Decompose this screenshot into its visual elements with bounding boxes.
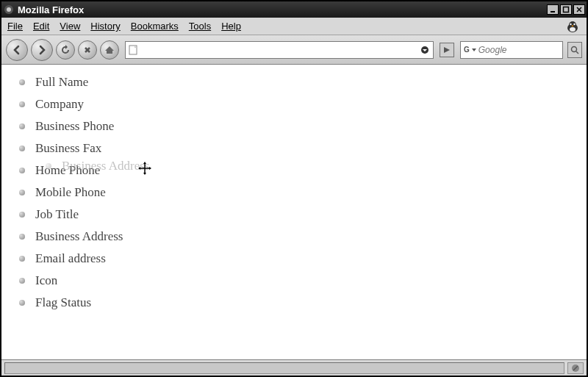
- home-button[interactable]: [100, 40, 119, 60]
- mascot-icon: [564, 18, 581, 35]
- back-button[interactable]: [6, 39, 28, 61]
- menu-edit[interactable]: Edit: [33, 21, 49, 32]
- list-item-label: Flag Status: [35, 295, 91, 310]
- svg-marker-15: [105, 46, 114, 54]
- list-item[interactable]: Mobile Phone: [19, 185, 569, 200]
- menu-bookmarks[interactable]: Bookmarks: [131, 21, 179, 32]
- list-item[interactable]: Job Title: [19, 207, 569, 222]
- bullet-icon: [19, 146, 25, 151]
- list-item-label: Full Name: [35, 75, 88, 90]
- firefox-icon: [3, 4, 15, 15]
- reload-button[interactable]: [56, 40, 75, 60]
- list-item-label: Company: [35, 97, 84, 112]
- svg-point-8: [570, 27, 576, 32]
- stop-button[interactable]: [78, 40, 97, 60]
- svg-marker-12: [65, 45, 68, 49]
- bullet-icon: [19, 190, 25, 195]
- menubar: File Edit View History Bookmarks Tools H…: [1, 18, 587, 35]
- bullet-icon: [19, 101, 25, 107]
- list-item-label: Job Title: [35, 207, 79, 222]
- svg-marker-20: [444, 47, 450, 53]
- menu-tools[interactable]: Tools: [189, 21, 211, 32]
- list-item[interactable]: Home Phone: [19, 163, 569, 178]
- search-engine-dropdown-icon[interactable]: [471, 47, 477, 53]
- list-item-label: Icon: [35, 273, 57, 288]
- list-item[interactable]: Icon: [19, 273, 569, 288]
- page-content: Full Name Company Business Phone Busines…: [1, 65, 587, 359]
- window-title: Mozilla Firefox: [18, 4, 545, 15]
- svg-point-9: [570, 23, 571, 24]
- svg-rect-3: [564, 7, 569, 12]
- list-item[interactable]: Business Phone: [19, 119, 569, 134]
- app-window: Mozilla Firefox File Edit View History B…: [0, 0, 588, 377]
- search-button[interactable]: [567, 42, 582, 58]
- sortable-list: Full Name Company Business Phone Busines…: [1, 65, 587, 328]
- statusbar: [1, 359, 587, 376]
- list-item-label: Business Phone: [35, 119, 114, 134]
- bullet-icon: [19, 212, 25, 218]
- bullet-icon: [19, 234, 25, 240]
- url-input[interactable]: [142, 45, 420, 55]
- url-bar[interactable]: [125, 41, 434, 59]
- svg-marker-21: [472, 49, 476, 51]
- svg-line-23: [576, 51, 578, 54]
- menu-help[interactable]: Help: [221, 21, 241, 32]
- bullet-icon: [19, 79, 25, 85]
- menu-history[interactable]: History: [90, 21, 120, 32]
- page-icon: [129, 45, 139, 55]
- bullet-icon: [19, 168, 25, 173]
- bullet-icon: [19, 256, 25, 262]
- status-text-well: [4, 362, 564, 374]
- list-item[interactable]: Flag Status: [19, 295, 569, 310]
- security-icon[interactable]: [567, 362, 584, 374]
- go-button[interactable]: [440, 43, 454, 57]
- list-item-label: Business Address: [35, 229, 123, 244]
- bullet-icon: [19, 278, 25, 284]
- list-item[interactable]: Company: [19, 97, 569, 112]
- search-engine-icon[interactable]: G: [464, 45, 470, 55]
- list-item-label: Business Fax: [35, 141, 101, 156]
- list-item[interactable]: Email address: [19, 251, 569, 266]
- url-dropdown-icon[interactable]: [420, 45, 430, 55]
- list-item[interactable]: Full Name: [19, 75, 569, 90]
- titlebar: Mozilla Firefox: [1, 1, 587, 18]
- svg-point-1: [7, 7, 11, 12]
- bullet-icon: [19, 300, 25, 306]
- bullet-icon: [19, 123, 25, 129]
- list-item[interactable]: Business Address: [19, 229, 569, 244]
- forward-button[interactable]: [31, 39, 53, 61]
- svg-point-10: [573, 23, 575, 24]
- navigation-toolbar: G: [1, 35, 587, 65]
- svg-point-22: [572, 46, 577, 51]
- list-item-label: Mobile Phone: [35, 185, 106, 200]
- list-item-label: Email address: [35, 251, 106, 266]
- list-item-label: Home Phone: [35, 163, 100, 178]
- close-button[interactable]: [573, 4, 585, 15]
- minimize-button[interactable]: [547, 4, 559, 15]
- menu-view[interactable]: View: [60, 21, 80, 32]
- maximize-button[interactable]: [560, 4, 572, 15]
- menu-file[interactable]: File: [7, 21, 23, 32]
- list-item[interactable]: Business Fax: [19, 141, 569, 156]
- search-bar[interactable]: G: [460, 41, 563, 59]
